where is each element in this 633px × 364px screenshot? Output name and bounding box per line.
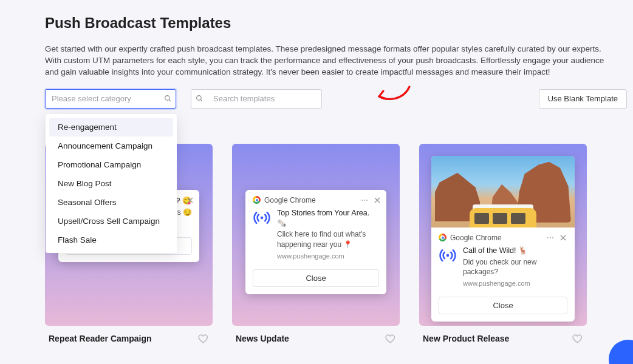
notif-title: Top Stories from Your Area. 🗞️ (277, 208, 379, 229)
notif-app: Google Chrome (450, 234, 502, 242)
svg-line-1 (169, 99, 171, 101)
controls-row: Re-engagement Announcement Campaign Prom… (45, 89, 633, 109)
dropdown-item-promotional[interactable]: Promotional Campaign (49, 155, 173, 174)
search-input[interactable] (207, 94, 321, 103)
close-icon[interactable] (560, 235, 566, 241)
dropdown-item-upsell[interactable]: Upsell/Cross Sell Campaign (49, 212, 173, 231)
close-icon[interactable] (374, 197, 380, 203)
notif-title: Call of the Wild! 🦌 (463, 246, 567, 256)
dropdown-item-re-engagement[interactable]: Re-engagement (49, 118, 173, 136)
search-templates[interactable] (191, 89, 322, 109)
heart-icon[interactable] (198, 333, 209, 344)
page-title: Push Broadcast Templates (45, 15, 633, 32)
close-icon[interactable] (187, 197, 193, 203)
dropdown-item-new-blog[interactable]: New Blog Post (49, 174, 173, 193)
more-icon[interactable]: ⋯ (547, 234, 554, 242)
category-select[interactable]: Re-engagement Announcement Campaign Prom… (45, 89, 176, 109)
svg-point-11 (447, 254, 450, 257)
chrome-icon (439, 234, 447, 241)
svg-point-0 (165, 96, 169, 101)
notif-site: www.pushengage.com (463, 279, 567, 288)
chrome-icon (253, 196, 261, 204)
category-input[interactable] (46, 94, 160, 103)
svg-point-2 (196, 96, 201, 101)
notif-close-button[interactable]: Close (253, 269, 379, 287)
template-card[interactable]: ⋯ Google Chrome Call o (419, 144, 587, 326)
notif-close-button[interactable]: Close (439, 297, 567, 314)
card-title: New Product Release (423, 334, 509, 343)
hero-image (431, 156, 575, 228)
template-card[interactable]: ⋯ Google Chrome Top St (232, 144, 400, 326)
dropdown-item-flash-sale[interactable]: Flash Sale (49, 231, 173, 249)
svg-point-8 (261, 216, 264, 219)
notif-site: www.pushengage.com (277, 252, 379, 261)
card-title: News Update (236, 334, 289, 343)
notification-preview: ⋯ Google Chrome Call o (431, 156, 575, 322)
page-description: Get started with our expertly crafted pu… (45, 44, 616, 78)
category-dropdown: Re-engagement Announcement Campaign Prom… (46, 114, 177, 253)
annotation-arrow-icon (374, 83, 412, 106)
svg-line-3 (200, 99, 202, 101)
card-title: Repeat Reader Campaign (49, 334, 152, 343)
dropdown-item-announcement[interactable]: Announcement Campaign (49, 136, 173, 155)
dropdown-item-seasonal[interactable]: Seasonal Offers (49, 193, 173, 212)
notif-desc: Click here to find out what's happening … (277, 229, 379, 249)
use-blank-template-button[interactable]: Use Blank Template (539, 89, 627, 109)
heart-icon[interactable] (385, 333, 396, 344)
search-icon (191, 95, 207, 103)
search-icon (160, 95, 176, 103)
more-icon[interactable]: ⋯ (361, 196, 368, 204)
broadcast-icon (253, 208, 271, 261)
notif-app: Google Chrome (264, 196, 316, 204)
notification-preview: ⋯ Google Chrome Top St (245, 190, 386, 294)
notif-desc: Did you check our new packages? (463, 257, 567, 277)
heart-icon[interactable] (572, 333, 583, 344)
broadcast-icon (439, 246, 457, 288)
